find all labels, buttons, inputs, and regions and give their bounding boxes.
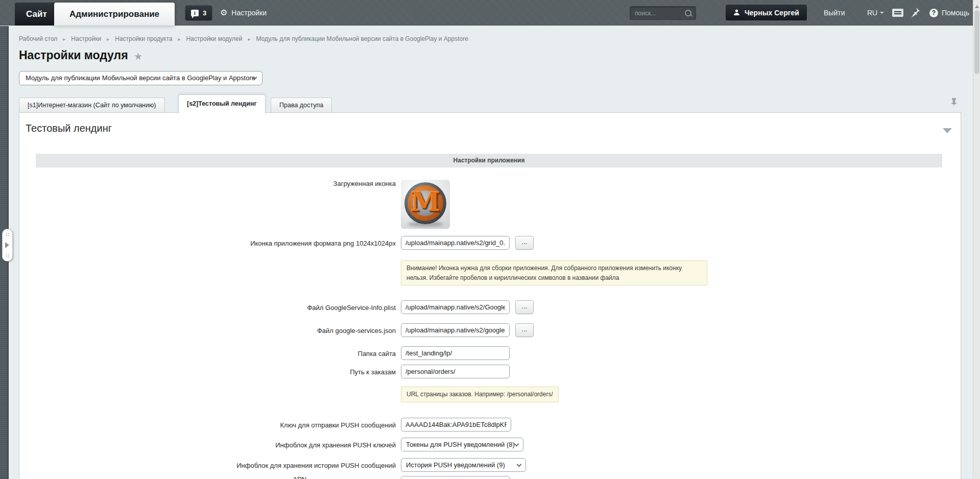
grip-dots-icon xyxy=(6,232,10,236)
breadcrumb-separator-icon xyxy=(63,36,65,42)
search-icon[interactable] xyxy=(684,9,692,17)
chevron-down-icon xyxy=(880,12,884,16)
orders-path-label: Путь к заказам xyxy=(89,368,396,376)
scroll-up-arrow-icon[interactable] xyxy=(975,3,979,8)
settings-label: Настройки xyxy=(231,9,267,17)
search-input[interactable] xyxy=(630,10,684,17)
language-code: RU xyxy=(867,9,877,17)
search-box xyxy=(630,6,696,20)
breadcrumb-item-current-module[interactable]: Модуль для публикации Мобильной версии с… xyxy=(256,35,468,42)
breadcrumb-separator-icon xyxy=(107,36,109,42)
gear-icon xyxy=(220,9,227,17)
gservices-json-label: Файл google-services.json xyxy=(89,327,396,334)
browse-json-button[interactable]: ... xyxy=(515,323,534,337)
breadcrumb-item-product-settings[interactable]: Настройки продукта xyxy=(115,35,172,42)
site-folder-input[interactable] xyxy=(401,346,510,360)
breadcrumb-item-module-settings[interactable]: Настройки модулей xyxy=(186,35,242,42)
tab-site-s1[interactable]: [s1]Интернет-магазин (Сайт по умолчанию) xyxy=(19,98,165,112)
module-select-value: Модуль для публикации Мобильной версии с… xyxy=(26,74,255,82)
notifications-button[interactable]: i 3 xyxy=(185,5,212,21)
scrollbar-thumb[interactable] xyxy=(974,10,979,74)
push-tokens-selected-value: Токены для PUSH уведомлений (8) xyxy=(406,441,515,448)
next-row-partial-input[interactable] xyxy=(401,476,510,479)
expand-menu-handle[interactable] xyxy=(2,229,13,261)
orders-path-input[interactable] xyxy=(401,365,510,378)
notifications-count: 3 xyxy=(203,9,206,17)
vertical-scrollbar[interactable] xyxy=(973,0,980,479)
push-tokens-label: Инфоблок для хранения PUSH ключей xyxy=(89,441,396,449)
settings-button[interactable]: Настройки xyxy=(220,0,267,26)
tab-access-rights[interactable]: Права доступа xyxy=(271,98,332,112)
user-icon xyxy=(733,9,740,16)
module-select[interactable]: Модуль для публикации Мобильной версии с… xyxy=(19,71,262,85)
site-folder-label: Папка сайта xyxy=(89,350,396,357)
next-row-partial-label: APN xyxy=(255,475,306,479)
push-key-label: Ключ для отправки PUSH сообщений xyxy=(89,421,396,429)
breadcrumb-separator-icon xyxy=(178,36,180,42)
icon-badge: M xyxy=(404,182,446,224)
chevron-down-icon xyxy=(517,462,522,467)
user-menu-button[interactable]: Черных Сергей xyxy=(725,4,807,21)
push-tokens-select[interactable]: Токены для PUSH уведомлений (8) xyxy=(401,438,523,451)
expand-arrow-icon xyxy=(5,242,12,248)
browse-plist-button[interactable]: ... xyxy=(515,300,534,314)
section-header: Настройки приложения xyxy=(36,154,942,167)
push-history-selected-value: История PUSH уведомлений (9) xyxy=(406,461,505,469)
breadcrumb: Рабочий стол Настройки Настройки продукт… xyxy=(19,35,468,42)
breadcrumb-item-settings[interactable]: Настройки xyxy=(71,35,101,42)
topbar: Сайт Администрирование i 3 Настройки Чер… xyxy=(0,0,980,26)
panel-heading: Тестовый лендинг xyxy=(26,123,112,134)
chevron-down-icon xyxy=(514,442,519,447)
help-link[interactable]: Помощь xyxy=(942,0,969,26)
info-bubble-icon: i xyxy=(191,10,199,16)
plist-label: Файл GoogleService-Info.plist xyxy=(89,304,396,312)
user-name: Черных Сергей xyxy=(745,9,799,17)
site-tab[interactable]: Сайт xyxy=(15,3,58,26)
app-icon-path-input[interactable] xyxy=(401,236,510,250)
app-icon-path-label: Иконка приложения формата png 1024x1024p… xyxy=(89,240,396,247)
browse-app-icon-button[interactable]: ... xyxy=(515,236,534,250)
gservices-json-input[interactable] xyxy=(401,323,510,337)
pin-icon[interactable] xyxy=(910,7,920,18)
keyboard-icon[interactable] xyxy=(892,9,903,17)
language-switcher[interactable]: RU xyxy=(867,0,884,26)
app-icon-preview: M xyxy=(401,180,450,229)
uploaded-icon-label: Загруженная иконка xyxy=(89,180,396,187)
help-icon[interactable]: ? xyxy=(929,9,938,17)
favorite-star-icon[interactable] xyxy=(134,51,142,62)
grip-dots-icon xyxy=(6,254,10,258)
collapse-chevron-icon[interactable] xyxy=(943,128,952,138)
push-history-label: Инфоблок для хранения истории PUSH сообщ… xyxy=(89,462,396,469)
push-history-select[interactable]: История PUSH уведомлений (9) xyxy=(401,458,526,472)
icon-warning-note: Внимание! Иконка нужна для сборки прилож… xyxy=(401,260,707,285)
admin-tab[interactable]: Администрирование xyxy=(54,3,175,26)
orders-path-note: URL страницы заказов. Например: /persona… xyxy=(401,387,559,402)
plist-input[interactable] xyxy=(401,300,510,314)
breadcrumb-item-desktop[interactable]: Рабочий стол xyxy=(19,35,57,42)
push-key-input[interactable] xyxy=(401,418,511,432)
icon-letter: M xyxy=(404,186,446,217)
tab-site-s2-active[interactable]: [s2]Тестовый лендинг xyxy=(178,94,266,113)
breadcrumb-separator-icon xyxy=(248,36,250,42)
pin-form-icon[interactable] xyxy=(950,98,958,107)
page-title: Настройки модуля xyxy=(19,49,128,62)
logout-link[interactable]: Выйти xyxy=(824,0,845,26)
